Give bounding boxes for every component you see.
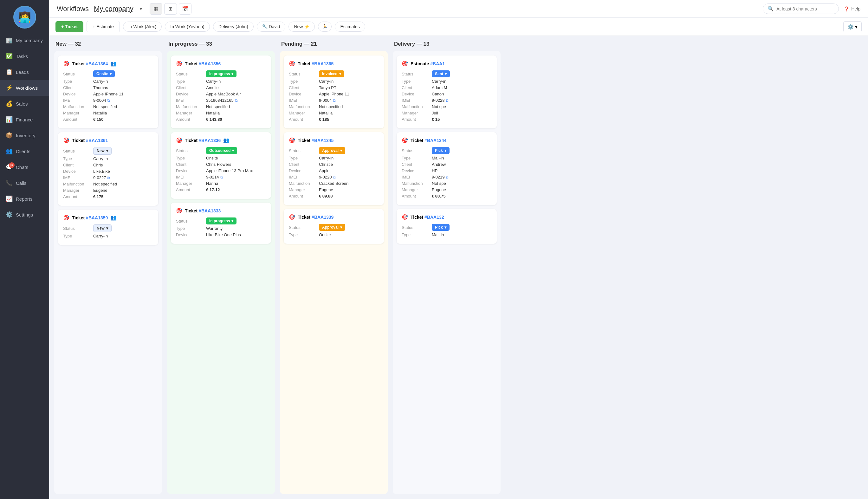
sidebar-item-sales[interactable]: 💰 Sales	[0, 96, 49, 112]
sidebar-item-workflows[interactable]: ⚡ Workflows	[0, 80, 49, 96]
imei-copy-icon[interactable]: ⧉	[333, 98, 336, 103]
card-baa1345[interactable]: 🎯 Ticket #BAA1345 StatusApproval ▾TypeCa…	[284, 132, 384, 205]
card-baa1365[interactable]: 🎯 Ticket #BAA1365 StatusInvoiced ▾TypeCa…	[284, 56, 384, 129]
status-badge-baa1336[interactable]: Outsourced ▾	[206, 147, 237, 154]
sidebar-item-calls[interactable]: 📞 Calls	[0, 175, 49, 191]
status-badge-baa1344[interactable]: Pick ▾	[432, 147, 450, 154]
card-number-link-baa1356[interactable]: #BAA1356	[199, 61, 221, 66]
sidebar-item-settings[interactable]: ⚙️ Settings	[0, 207, 49, 222]
card-device-row: DeviceApple MacBook Air	[176, 92, 266, 96]
card-type-row: TypeCarry-in	[63, 79, 153, 84]
card-title-baa1339: Ticket #BAA1339	[298, 215, 333, 220]
card-number-link-baa1333[interactable]: #BAA1333	[199, 208, 221, 214]
help-button[interactable]: ❓ Help	[844, 7, 860, 11]
card-baa1333[interactable]: 🎯 Ticket #BAA1333 StatusIn progress ▾Typ…	[171, 203, 271, 244]
card-amount-row: Amount€ 143.80	[176, 117, 266, 122]
sidebar-item-clients[interactable]: 👥 Clients	[0, 143, 49, 159]
nav-icon-my-company: 🏢	[6, 37, 13, 44]
card-baa1339[interactable]: 🎯 Ticket #BAA1339 StatusApproval ▾TypeOn…	[284, 209, 384, 244]
status-badge-baa1356[interactable]: In progress ▾	[206, 70, 236, 77]
filter-estimates[interactable]: Estimates	[335, 22, 365, 32]
nav-label-tasks: Tasks	[16, 53, 28, 59]
card-number-link-baa1339[interactable]: #BAA1339	[311, 215, 333, 220]
imei-copy-icon[interactable]: ⧉	[107, 98, 110, 103]
imei-copy-icon[interactable]: ⧉	[333, 175, 336, 180]
card-baa1361[interactable]: 🎯 Ticket #BAA1361 StatusNew ▾TypeCarry-i…	[58, 132, 158, 206]
add-ticket-button[interactable]: + Ticket	[56, 21, 83, 32]
card-baa1132[interactable]: 🎯 Ticket #BAA132 StatusPick ▾TypeMail-in	[396, 209, 497, 244]
card-baa1336[interactable]: 🎯 Ticket #BAA1336 👥 StatusOutsourced ▾Ty…	[171, 132, 271, 199]
card-baa1359[interactable]: 🎯 Ticket #BAA1359 👥 StatusNew ▾TypeCarry…	[58, 209, 158, 245]
card-type-row: TypeCarry-in	[289, 156, 379, 160]
status-badge-baa1339[interactable]: Approval ▾	[319, 224, 345, 231]
card-number-link-baa1-est[interactable]: #BAA1	[430, 61, 445, 66]
nav-icon-sales: 💰	[6, 100, 13, 107]
filter-delivery-john[interactable]: Delivery (John)	[213, 22, 254, 32]
view-kanban-btn[interactable]: ▦	[150, 3, 162, 15]
filter-new[interactable]: New ⚡	[289, 22, 315, 32]
sidebar-item-finance[interactable]: 📊 Finance	[0, 112, 49, 127]
card-baa1-est[interactable]: 🎯 Estimate #BAA1 StatusSent ▾TypeCarry-i…	[396, 56, 497, 129]
imei-copy-icon[interactable]: ⧉	[107, 175, 110, 180]
company-dropdown-arrow[interactable]: ▾	[140, 7, 142, 11]
sidebar-item-leads[interactable]: 📋 Leads	[0, 64, 49, 80]
status-badge-baa1132[interactable]: Pick ▾	[432, 224, 450, 231]
imei-copy-icon[interactable]: ⧉	[446, 175, 449, 180]
company-selector[interactable]: My company	[94, 5, 133, 13]
view-table-btn[interactable]: ⊞	[164, 3, 177, 15]
card-type-row: TypeMail-in	[402, 232, 492, 237]
user-avatar[interactable]: 👩‍💻	[13, 6, 36, 28]
global-search[interactable]: 🔍	[763, 3, 839, 14]
sidebar-item-tasks[interactable]: ✅ Tasks	[0, 48, 49, 64]
card-number-link-baa1361[interactable]: #BAA1361	[86, 138, 108, 143]
board-settings-button[interactable]: ⚙️ ▾	[843, 21, 861, 32]
filter-in-work-yevhen[interactable]: In Work (Yevhen)	[165, 22, 210, 32]
card-number-link-baa1359[interactable]: #BAA1359	[86, 215, 108, 220]
view-calendar-btn[interactable]: 📅	[179, 3, 192, 15]
card-baa1344[interactable]: 🎯 Ticket #BAA1344 StatusPick ▾TypeMail-i…	[396, 132, 497, 205]
card-number-link-baa1336[interactable]: #BAA1336	[199, 138, 221, 143]
imei-copy-icon[interactable]: ⧉	[235, 98, 238, 103]
filter-david[interactable]: 🔧 David	[257, 22, 286, 32]
sidebar-item-inventory[interactable]: 📦 Inventory	[0, 127, 49, 143]
card-header-baa1359: 🎯 Ticket #BAA1359 👥	[63, 215, 153, 221]
imei-copy-icon[interactable]: ⧉	[446, 98, 449, 103]
status-badge-baa1359[interactable]: New ▾	[93, 224, 112, 232]
card-client-row: ClientThomas	[63, 85, 153, 90]
sidebar-item-my-company[interactable]: 🏢 My company	[0, 32, 49, 48]
status-badge-baa1361[interactable]: New ▾	[93, 147, 112, 155]
status-badge-baa1364[interactable]: Onsite ▾	[93, 70, 115, 77]
card-title-baa1365: Ticket #BAA1365	[298, 61, 333, 66]
nav-icon-clients: 👥	[6, 148, 13, 155]
help-icon: ❓	[844, 7, 849, 11]
status-badge-baa1-est[interactable]: Sent ▾	[432, 70, 450, 77]
imei-copy-icon[interactable]: ⧉	[220, 175, 223, 180]
card-number-link-baa1344[interactable]: #BAA1344	[425, 138, 447, 143]
card-baa1364[interactable]: 🎯 Ticket #BAA1364 👥 StatusOnsite ▾TypeCa…	[58, 56, 158, 129]
search-input[interactable]	[777, 7, 833, 11]
sidebar-item-reports[interactable]: 📈 Reports	[0, 191, 49, 207]
card-manager-row: ManagerJuli	[402, 111, 492, 115]
filter-runner[interactable]: 🏃	[318, 22, 332, 32]
add-estimate-button[interactable]: + Estimate	[87, 21, 120, 32]
status-badge-baa1345[interactable]: Approval ▾	[319, 147, 345, 154]
card-title-baa1336: Ticket #BAA1336	[185, 138, 221, 143]
filter-in-work-alex[interactable]: In Work (Alex)	[123, 22, 162, 32]
nav-icon-leads: 📋	[6, 69, 13, 75]
card-imei-row: IMEI9-0214⧉	[176, 175, 266, 180]
card-header-baa1344: 🎯 Ticket #BAA1344	[402, 137, 492, 143]
card-number-link-baa1364[interactable]: #BAA1364	[86, 61, 108, 66]
sidebar-item-chats[interactable]: 💬 Chats 9+	[0, 159, 49, 175]
nav-icon-workflows: ⚡	[6, 84, 13, 91]
card-baa1356[interactable]: 🎯 Ticket #BAA1356 StatusIn progress ▾Typ…	[171, 56, 271, 129]
card-imei-row: IMEI351968412165⧉	[176, 98, 266, 103]
card-number-link-baa1345[interactable]: #BAA1345	[311, 138, 333, 143]
card-number-link-baa1365[interactable]: #BAA1365	[311, 61, 333, 66]
ticket-icon-baa1365: 🎯	[289, 61, 295, 66]
card-header-baa1339: 🎯 Ticket #BAA1339	[289, 214, 379, 220]
card-amount-row: Amount€ 15	[402, 117, 492, 122]
card-number-link-baa1132[interactable]: #BAA132	[425, 215, 444, 220]
status-badge-baa1365[interactable]: Invoiced ▾	[319, 70, 344, 77]
status-badge-baa1333[interactable]: In progress ▾	[206, 218, 236, 224]
card-device-row: DeviceApple iPhone 11	[289, 92, 379, 96]
